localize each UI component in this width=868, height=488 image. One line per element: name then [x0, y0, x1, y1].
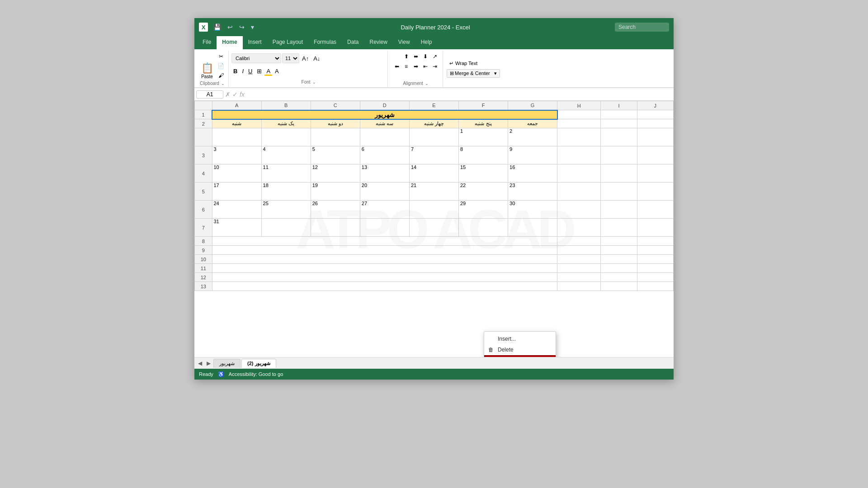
tab-home[interactable]: Home [217, 36, 242, 49]
indent-decrease-button[interactable]: ⇤ [421, 62, 430, 71]
row-header-6[interactable]: 6 [195, 201, 212, 219]
tab-formulas[interactable]: Formulas [308, 36, 342, 49]
cell-r4-g[interactable]: 16 [508, 164, 557, 183]
col-header-d[interactable]: D [360, 101, 409, 110]
cell-d2[interactable]: سه شنبه [360, 119, 409, 128]
redo-icon[interactable]: ↪ [237, 23, 246, 32]
cell-h1[interactable] [557, 110, 601, 119]
cell-r4-e[interactable]: 14 [409, 164, 458, 183]
increase-font-button[interactable]: A↑ [300, 53, 311, 63]
cell-i-r4[interactable] [601, 164, 637, 183]
row-header-3[interactable]: 3 [195, 146, 212, 164]
row-header-7[interactable]: 7 [195, 219, 212, 237]
cell-r7-a[interactable]: 31 [212, 219, 261, 237]
cell-r6-c[interactable]: 26 [311, 201, 360, 219]
cell-f2[interactable]: پنج شنبه [458, 119, 508, 128]
decrease-font-button[interactable]: A↓ [311, 53, 322, 63]
cell-h-r5[interactable] [557, 183, 601, 201]
cell-j2[interactable] [637, 119, 673, 128]
cell-r7-f[interactable] [458, 219, 508, 237]
cell-i2[interactable] [601, 119, 637, 128]
tab-file[interactable]: File [197, 36, 217, 49]
cell-j1[interactable] [637, 110, 673, 119]
row-header-r2[interactable] [195, 128, 212, 146]
align-bottom-button[interactable]: ⬇ [421, 52, 430, 61]
cell-h-r3[interactable] [557, 146, 601, 164]
cell-r3-d[interactable]: 6 [360, 146, 409, 164]
cell-i-r6[interactable] [601, 201, 637, 219]
cell-h-r2[interactable] [557, 128, 601, 146]
context-menu-rename[interactable]: ✏ Rename [484, 355, 556, 357]
row-header-4[interactable]: 4 [195, 164, 212, 183]
row-header-12[interactable]: 12 [195, 273, 212, 282]
save-icon[interactable]: 💾 [212, 23, 223, 32]
formula-input[interactable] [246, 91, 672, 98]
cell-r7-e[interactable] [409, 219, 458, 237]
cell-b2[interactable]: یک شنبه [261, 119, 311, 128]
cell-r7-b[interactable] [261, 219, 311, 237]
tab-help[interactable]: Help [415, 36, 438, 49]
font-size-select[interactable]: 11 [282, 53, 299, 63]
undo-icon[interactable]: ↩ [226, 23, 235, 32]
col-header-f[interactable]: F [458, 101, 508, 110]
font-expand-icon[interactable]: ⌄ [312, 80, 316, 84]
tab-view[interactable]: View [393, 36, 415, 49]
cell-r5-g[interactable]: 23 [508, 183, 557, 201]
cell-week0-tue[interactable] [360, 128, 409, 146]
cell-week0-wed[interactable] [409, 128, 458, 146]
cell-i-r5[interactable] [601, 183, 637, 201]
cell-h-r4[interactable] [557, 164, 601, 183]
copy-button[interactable]: 📄 [216, 61, 226, 70]
cell-week0-fri[interactable]: 2 [508, 128, 557, 146]
merge-center-button[interactable]: ⊞ Merge & Center ▾ [447, 69, 500, 78]
cell-i-r3[interactable] [601, 146, 637, 164]
col-header-g[interactable]: G [508, 101, 557, 110]
cell-r6-f[interactable]: 29 [458, 201, 508, 219]
cell-r4-a[interactable]: 10 [212, 164, 261, 183]
cell-r7-d[interactable] [360, 219, 409, 237]
font-color-button[interactable]: A [273, 66, 281, 76]
indent-increase-button[interactable]: ⇥ [430, 62, 439, 71]
cell-h-r7[interactable] [557, 219, 601, 237]
align-right-button[interactable]: ➡ [411, 62, 420, 71]
cell-reference-input[interactable] [196, 90, 223, 99]
customize-icon[interactable]: ▾ [249, 23, 256, 32]
align-left-button[interactable]: ⬅ [392, 62, 401, 71]
cell-r4-b[interactable]: 11 [261, 164, 311, 183]
cell-r5-d[interactable]: 20 [360, 183, 409, 201]
cell-j-r3[interactable] [637, 146, 673, 164]
merge-dropdown-icon[interactable]: ▾ [494, 70, 497, 76]
text-rotate-button[interactable]: ↗ [430, 52, 439, 61]
cell-a1[interactable]: شهریور [212, 110, 557, 119]
align-center-button[interactable]: ≡ [402, 62, 411, 71]
cell-week0-sat[interactable] [212, 128, 261, 146]
row-header-9[interactable]: 9 [195, 246, 212, 255]
cell-g2[interactable]: جمعه [508, 119, 557, 128]
cell-j-r5[interactable] [637, 183, 673, 201]
col-header-h[interactable]: H [557, 101, 601, 110]
cell-r5-c[interactable]: 19 [311, 183, 360, 201]
sheet-tab-shahrivar[interactable]: شهریور [213, 359, 241, 368]
cell-r3-g[interactable]: 9 [508, 146, 557, 164]
tab-insert[interactable]: Insert [243, 36, 267, 49]
row-header-8[interactable]: 8 [195, 237, 212, 246]
cell-r3-a[interactable]: 3 [212, 146, 261, 164]
cell-r6-e[interactable] [409, 201, 458, 219]
cell-j-r4[interactable] [637, 164, 673, 183]
paste-button[interactable]: 📋 Paste [199, 62, 215, 80]
cell-r3-c[interactable]: 5 [311, 146, 360, 164]
sheet-tab-shahrivar-2[interactable]: شهریور (2) [241, 359, 276, 368]
row-header-5[interactable]: 5 [195, 183, 212, 201]
clipboard-expand-icon[interactable]: ⌄ [221, 81, 225, 86]
alignment-expand-icon[interactable]: ⌄ [425, 81, 429, 86]
format-painter-button[interactable]: 🖌 [216, 71, 226, 80]
cell-r5-f[interactable]: 22 [458, 183, 508, 201]
cell-week0-thu[interactable]: 1 [458, 128, 508, 146]
bold-button[interactable]: B [231, 66, 239, 76]
cell-j-r6[interactable] [637, 201, 673, 219]
cell-a2[interactable]: شنبه [212, 119, 261, 128]
cut-button[interactable]: ✂ [216, 52, 226, 61]
italic-button[interactable]: I [240, 66, 245, 76]
cell-r6-g[interactable]: 30 [508, 201, 557, 219]
row-header-13[interactable]: 13 [195, 282, 212, 291]
